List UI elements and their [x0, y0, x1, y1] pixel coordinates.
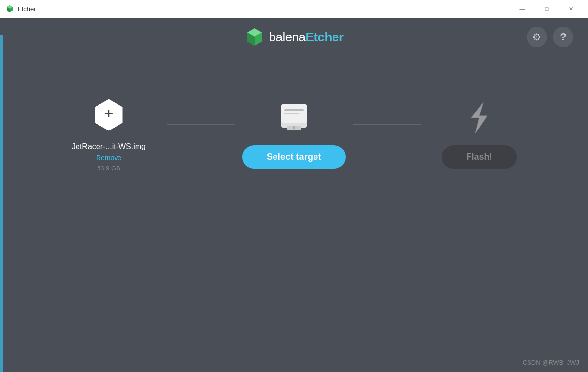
svg-rect-13 [284, 109, 304, 111]
svg-rect-14 [284, 113, 299, 114]
minimize-button[interactable]: — [511, 1, 533, 17]
steps-area: + JetRacer-...it-WS.img Remove 63.9 GB [0, 95, 588, 172]
close-button[interactable]: ✕ [560, 1, 582, 17]
flash-button[interactable]: Flash! [442, 145, 516, 169]
logo-text-plain: balena [269, 30, 306, 44]
titlebar-left: Etcher [6, 5, 36, 13]
drive-icon [277, 100, 311, 135]
app-title: Etcher [18, 5, 36, 13]
logo: balenaEtcher [245, 27, 344, 47]
source-size: 63.9 GB [97, 165, 120, 172]
step-target: Select target [235, 98, 353, 169]
watermark: CSDN @RWB_JWJ [523, 359, 579, 366]
main-content: balenaEtcher ⚙ ? + JetRacer-...it-WS.img [0, 18, 588, 372]
connector-2 [353, 124, 421, 125]
svg-marker-16 [471, 102, 487, 133]
logo-text: balenaEtcher [269, 30, 344, 45]
svg-point-15 [293, 126, 295, 129]
settings-button[interactable]: ⚙ [527, 27, 547, 47]
lightning-icon [465, 100, 494, 135]
select-target-button[interactable]: Select target [242, 145, 346, 169]
topbar: balenaEtcher ⚙ ? [0, 18, 588, 56]
maximize-button[interactable]: □ [535, 1, 558, 17]
step-source-icon-area: + [91, 95, 126, 134]
step-flash-icon-area [465, 98, 494, 137]
titlebar: Etcher — □ ✕ [0, 0, 588, 18]
logo-icon [245, 27, 264, 47]
svg-text:+: + [104, 105, 114, 122]
logo-text-brand: Etcher [306, 30, 344, 44]
app-icon [6, 5, 14, 13]
topbar-actions: ⚙ ? [527, 27, 573, 47]
settings-icon: ⚙ [532, 31, 541, 43]
titlebar-controls: — □ ✕ [511, 1, 582, 17]
help-icon: ? [560, 31, 566, 43]
remove-link[interactable]: Remove [96, 154, 121, 162]
source-filename: JetRacer-...it-WS.img [72, 142, 146, 151]
step-flash: Flash! [421, 98, 538, 169]
source-hex-icon: + [91, 97, 126, 132]
step-source: + JetRacer-...it-WS.img Remove 63.9 GB [50, 95, 167, 172]
connector-1 [167, 124, 235, 125]
step-target-icon-area [277, 98, 311, 137]
help-button[interactable]: ? [553, 27, 573, 47]
left-accent [0, 35, 3, 372]
